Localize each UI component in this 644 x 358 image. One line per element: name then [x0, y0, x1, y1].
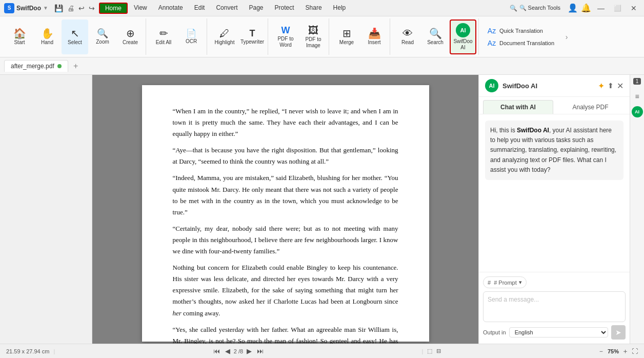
ai-side-button[interactable]: AI: [632, 106, 643, 117]
bell-icon[interactable]: 🔔: [581, 3, 591, 13]
chat-input-field[interactable]: Send a message...: [483, 291, 626, 322]
chat-ai-icon: AI: [485, 79, 498, 92]
pdf-to-word-button[interactable]: W PDF to Word: [272, 19, 299, 54]
start-button[interactable]: 🏠 Start: [6, 19, 33, 54]
send-message-button[interactable]: ➤: [611, 325, 626, 340]
highlight-button[interactable]: 🖊 Highlight: [211, 19, 238, 54]
maximize-btn[interactable]: ⬜: [611, 5, 625, 12]
output-language-row: Output in English Chinese Spanish ➤: [483, 325, 626, 340]
thumbnail-area: [0, 75, 92, 344]
chat-messages: Hi, this is SwifDoo AI, your AI assistan…: [479, 114, 630, 272]
close-btn[interactable]: ✕: [628, 4, 640, 12]
search-icon: 🔍: [429, 28, 442, 38]
menu-edit[interactable]: Edit: [189, 3, 210, 14]
ocr-button[interactable]: 📄 OCR: [178, 19, 205, 54]
zoom-out-btn[interactable]: －: [598, 347, 605, 356]
toolbar: 🏠 Start ✋ Hand ↖ Select 🔍 Zoom ⊕ Create …: [0, 16, 644, 57]
fit-width-icon[interactable]: ⊟: [436, 348, 441, 354]
paragraph-6: “Yes, she called yesterday with her fath…: [173, 324, 398, 344]
prompt-label: # Prompt: [494, 280, 517, 286]
hash-icon: #: [488, 280, 491, 286]
undo-icon[interactable]: ↩: [78, 4, 85, 12]
highlight-icon: 🖊: [219, 28, 230, 38]
tab-chat-with-ai[interactable]: Chat with AI: [483, 100, 553, 114]
chat-header: AI SwifDoo AI ✦ ⬆ ✕: [479, 75, 630, 97]
first-page-btn[interactable]: ⏮: [212, 347, 222, 355]
pdf-page: “When I am in the country,” he replied, …: [142, 85, 429, 342]
left-panel: [0, 75, 92, 344]
menu-view[interactable]: View: [129, 3, 152, 14]
swifedoo-ai-button[interactable]: AI SwifDoo AI: [450, 19, 476, 54]
merge-button[interactable]: ⊞ Merge: [333, 19, 360, 54]
menu-share[interactable]: Share: [300, 3, 327, 14]
hand-icon: ✋: [41, 28, 54, 38]
fullscreen-btn[interactable]: ⛶: [632, 348, 638, 355]
send-icon: ➤: [615, 328, 621, 336]
dropdown-icon[interactable]: ▼: [43, 5, 48, 11]
prev-page-btn[interactable]: ◀: [224, 347, 232, 355]
tab-after-merge[interactable]: after_merge.pdf: [4, 60, 68, 72]
fit-page-icon[interactable]: ⬚: [427, 348, 432, 354]
document-translation-button[interactable]: Az Document Translation: [485, 37, 556, 49]
document-translation-label: Document Translation: [499, 40, 554, 46]
insert-icon: 📥: [368, 28, 381, 38]
ai-circle-icon: AI: [456, 23, 470, 37]
basic-tools-group: 🏠 Start ✋ Hand ↖ Select 🔍 Zoom ⊕ Create: [4, 18, 146, 55]
quick-translation-icon: Az: [487, 26, 496, 35]
menu-convert[interactable]: Convert: [211, 3, 243, 14]
ai-welcome-message: Hi, this is SwifDoo AI, your AI assistan…: [485, 121, 623, 180]
quick-translation-label: Quick Translation: [499, 28, 543, 34]
pdf-content-area[interactable]: “When I am in the country,” he replied, …: [92, 75, 478, 344]
panel-settings-button[interactable]: ≡: [632, 91, 643, 102]
prompt-button[interactable]: # # Prompt ▾: [483, 276, 527, 288]
search-tools-label: 🔍 Search Tools: [519, 5, 560, 11]
zoom-icon: 🔍: [97, 29, 108, 38]
menu-page[interactable]: Page: [244, 3, 268, 14]
paragraph-5: Nothing but concern for Elizabeth could …: [173, 262, 398, 319]
zoom-button[interactable]: 🔍 Zoom: [89, 19, 116, 54]
current-page: 2 /8: [234, 348, 243, 354]
export-icon[interactable]: ⬆: [608, 82, 614, 90]
user-icon[interactable]: 👤: [568, 3, 578, 13]
close-chat-icon[interactable]: ✕: [617, 81, 623, 91]
select-button[interactable]: ↖ Select: [62, 19, 88, 54]
ocr-icon: 📄: [186, 29, 196, 37]
minimize-btn[interactable]: —: [594, 4, 608, 12]
last-page-btn[interactable]: ⏭: [255, 347, 265, 355]
search-tools-button[interactable]: 🔍 🔍 Search Tools: [506, 4, 565, 13]
title-bar: S SwifDoo ▼ 💾 🖨 ↩ ↪ Home View Annotate E…: [0, 0, 644, 16]
toolbar-expand-button[interactable]: ›: [562, 18, 571, 55]
edit-tools-group: ✏ Edit All 📄 OCR: [148, 18, 207, 55]
new-tab-button[interactable]: +: [70, 61, 82, 72]
menu-home[interactable]: Home: [99, 3, 128, 14]
menu-annotate[interactable]: Annotate: [153, 3, 188, 14]
status-bar: 21.59 x 27.94 cm | ⏮ ◀ 2 /8 ▶ ⏭ | ⬚ ⊟ － …: [0, 344, 644, 358]
output-language-select[interactable]: English Chinese Spanish: [509, 327, 608, 337]
save-icon[interactable]: 💾: [54, 4, 63, 12]
logo-icon: S: [4, 3, 14, 13]
typewriter-button[interactable]: T Typewriter: [239, 19, 266, 54]
app-logo: S SwifDoo ▼: [4, 3, 48, 13]
chevron-down-icon: ▾: [519, 279, 522, 286]
chat-header-actions: ✦ ⬆ ✕: [598, 81, 623, 91]
annotate-tools-group: 🖊 Highlight T Typewriter: [209, 18, 268, 55]
zoom-in-btn[interactable]: ＋: [622, 347, 629, 356]
typewriter-icon: T: [250, 29, 255, 38]
zoom-level: 75%: [608, 348, 619, 354]
insert-button[interactable]: 📥 Insert: [361, 19, 388, 54]
print-icon[interactable]: 🖨: [67, 4, 74, 12]
search-button[interactable]: 🔍 Search: [422, 19, 449, 54]
redo-icon[interactable]: ↪: [89, 4, 95, 12]
pdf-to-image-button[interactable]: 🖼 PDF to Image: [300, 19, 327, 54]
menu-help[interactable]: Help: [328, 3, 351, 14]
tab-analyse-pdf[interactable]: Analyse PDF: [555, 100, 626, 114]
menu-protect[interactable]: Protect: [270, 3, 299, 14]
convert-tools-group: W PDF to Word 🖼 PDF to Image: [270, 18, 329, 55]
quick-translation-button[interactable]: Az Quick Translation: [485, 25, 556, 36]
hand-button[interactable]: ✋ Hand: [34, 19, 61, 54]
edit-all-button[interactable]: ✏ Edit All: [150, 19, 177, 54]
sparkle-icon[interactable]: ✦: [598, 81, 605, 91]
next-page-btn[interactable]: ▶: [245, 347, 253, 355]
read-button[interactable]: 👁 Read: [394, 19, 421, 54]
create-button[interactable]: ⊕ Create: [117, 19, 144, 54]
